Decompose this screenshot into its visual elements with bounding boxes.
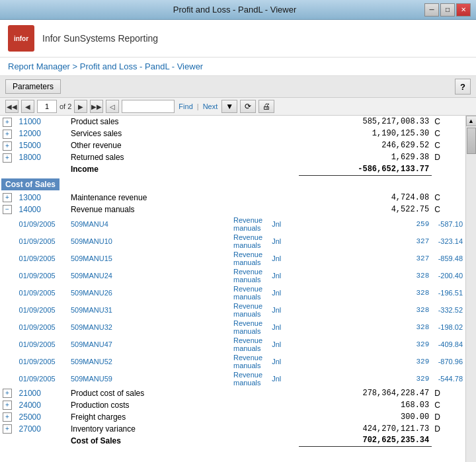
next-page-button[interactable]: ▶ — [74, 100, 87, 113]
vertical-scrollbar[interactable]: ▲ — [465, 116, 476, 462]
dc-indicator: D — [432, 411, 465, 423]
dc-indicator: D — [432, 151, 465, 163]
app-header: infor Infor SunSystems Reporting — [0, 20, 476, 58]
account-desc: Services sales — [68, 128, 231, 139]
detail-ref[interactable]: 509MANU32 — [71, 323, 112, 331]
detail-ref[interactable]: 509MANU47 — [71, 340, 112, 348]
expand-icon[interactable]: + — [3, 412, 12, 422]
report-scroll[interactable]: + 11000 Product sales 585,217,008.33 C +… — [0, 116, 465, 462]
detail-jnl: 328 — [299, 301, 432, 319]
breadcrumb[interactable]: Report Manager > Profit and Loss - PandL… — [8, 61, 203, 71]
detail-jnl: 328 — [299, 284, 432, 301]
table-row: 01/09/2005 509MANU4 Revenue manuals Jnl … — [0, 215, 465, 233]
account-code[interactable]: 11000 — [17, 116, 68, 128]
back-button[interactable]: ◁ — [106, 100, 119, 113]
detail-amount2: -409.84 — [432, 336, 465, 353]
account-code[interactable]: 15000 — [17, 139, 68, 151]
page-input[interactable] — [37, 100, 57, 113]
detail-ref[interactable]: 509MANU52 — [71, 358, 112, 366]
detail-ref[interactable]: 509MANU31 — [71, 306, 112, 314]
table-row: 01/09/2005 509MANU32 Revenue manuals Jnl… — [0, 319, 465, 336]
account-desc: Returned sales — [68, 151, 231, 163]
account-code[interactable]: 27000 — [17, 423, 68, 435]
detail-amount2: -544.78 — [432, 370, 465, 387]
amount: 585,217,008.33 — [299, 116, 432, 128]
account-code[interactable]: 21000 — [17, 387, 68, 399]
detail-date: 01/09/2005 — [17, 301, 68, 319]
detail-type: Jnl — [269, 336, 299, 353]
amount: 4,522.75 — [299, 204, 432, 215]
dc-indicator: C — [432, 128, 465, 139]
app-name: Infor SunSystems Reporting — [42, 33, 158, 44]
first-page-button[interactable]: ◀◀ — [5, 100, 19, 113]
detail-type: Jnl — [269, 250, 299, 267]
window-controls: ─ □ ✕ — [424, 3, 471, 17]
detail-date: 01/09/2005 — [17, 284, 68, 301]
detail-amount2: -198.02 — [432, 319, 465, 336]
detail-jnl: 327 — [299, 250, 432, 267]
account-code[interactable]: 14000 — [17, 204, 68, 215]
table-row: 01/09/2005 509MANU59 Revenue manuals Jnl… — [0, 370, 465, 387]
expand-icon[interactable]: + — [3, 193, 12, 202]
account-code[interactable]: 25000 — [17, 411, 68, 423]
account-desc: Product sales — [68, 116, 231, 128]
refresh-button[interactable]: ⟳ — [240, 100, 256, 113]
detail-ref[interactable]: 509MANU15 — [71, 254, 112, 262]
table-row: 01/09/2005 509MANU15 Revenue manuals Jnl… — [0, 250, 465, 267]
detail-ref[interactable]: 509MANU24 — [71, 272, 112, 280]
table-row: 01/09/2005 509MANU10 Revenue manuals Jnl… — [0, 233, 465, 250]
collapse-icon[interactable]: − — [3, 205, 12, 214]
expand-icon[interactable]: + — [3, 389, 12, 398]
account-code[interactable]: 24000 — [17, 399, 68, 411]
minimize-button[interactable]: ─ — [424, 3, 439, 17]
detail-date: 01/09/2005 — [17, 319, 68, 336]
expand-icon[interactable]: + — [3, 424, 12, 434]
find-input[interactable] — [122, 100, 175, 113]
expand-icon[interactable]: + — [3, 130, 12, 139]
income-amount: -586,652,133.77 — [299, 163, 432, 175]
detail-ref[interactable]: 509MANU4 — [71, 220, 108, 228]
print-button[interactable]: 🖨 — [258, 100, 274, 113]
account-desc: Production costs — [68, 399, 231, 411]
detail-ref[interactable]: 509MANU26 — [71, 289, 112, 297]
expand-icon[interactable]: + — [3, 141, 12, 151]
cost-of-sales-total-amount: 702,625,235.34 — [299, 435, 432, 447]
detail-desc: Revenue manuals — [231, 336, 269, 353]
detail-date: 01/09/2005 — [17, 370, 68, 387]
help-button[interactable]: ? — [455, 79, 471, 95]
cost-of-sales-total-label: Cost of Sales — [68, 435, 231, 447]
detail-desc: Revenue manuals — [231, 250, 269, 267]
next-find-button[interactable]: Next — [202, 102, 219, 110]
maximize-button[interactable]: □ — [440, 3, 455, 17]
export-button[interactable]: ▼ — [221, 100, 237, 113]
amount: 278,364,228.47 — [299, 387, 432, 399]
income-label: Income — [68, 163, 231, 175]
last-page-button[interactable]: ▶▶ — [90, 100, 103, 113]
dc-indicator: C — [432, 399, 465, 411]
cost-of-sales-header: Cost of Sales — [1, 178, 60, 190]
scroll-thumb[interactable] — [467, 128, 476, 154]
find-button[interactable]: Find — [177, 102, 194, 110]
table-row: + 24000 Production costs 168.03 C — [0, 399, 465, 411]
dc-indicator: C — [432, 116, 465, 128]
account-desc: Other revenue — [68, 139, 231, 151]
expand-icon[interactable]: + — [3, 401, 12, 410]
account-code[interactable]: 12000 — [17, 128, 68, 139]
table-row: 01/09/2005 509MANU52 Revenue manuals Jnl… — [0, 353, 465, 370]
expand-icon[interactable]: + — [3, 153, 12, 163]
account-desc: Revenue manuals — [68, 204, 231, 215]
account-desc: Maintenance revenue — [68, 192, 231, 204]
account-code[interactable]: 13000 — [17, 192, 68, 204]
scroll-up-arrow[interactable]: ▲ — [466, 116, 477, 126]
detail-amount2: -859.48 — [432, 250, 465, 267]
parameters-button[interactable]: Parameters — [5, 79, 61, 94]
account-code[interactable]: 18000 — [17, 151, 68, 163]
detail-ref[interactable]: 509MANU59 — [71, 375, 112, 383]
table-row: + 21000 Product cost of sales 278,364,22… — [0, 387, 465, 399]
detail-jnl: 328 — [299, 319, 432, 336]
income-total-row: Income -586,652,133.77 — [0, 163, 465, 175]
expand-icon[interactable]: + — [3, 118, 12, 127]
prev-page-button[interactable]: ◀ — [21, 100, 34, 113]
close-button[interactable]: ✕ — [456, 3, 471, 17]
detail-ref[interactable]: 509MANU10 — [71, 237, 112, 245]
